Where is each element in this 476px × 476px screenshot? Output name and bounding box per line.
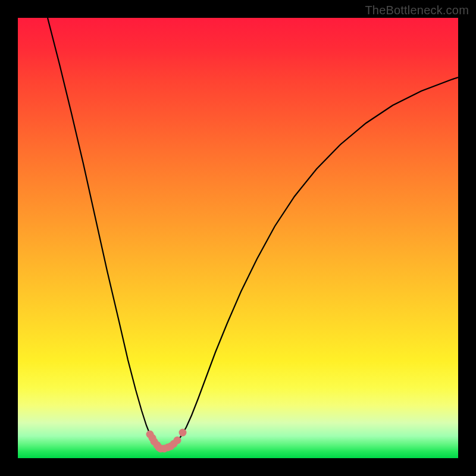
curve-svg [18,18,458,458]
marker-dot [179,429,187,437]
marker-dot [174,437,181,444]
chart-frame: TheBottleneck.com [0,0,476,476]
plot-area [18,18,458,458]
bottleneck-curve [48,18,458,448]
marker-dots-group [146,429,187,453]
watermark-text: TheBottleneck.com [365,4,469,17]
